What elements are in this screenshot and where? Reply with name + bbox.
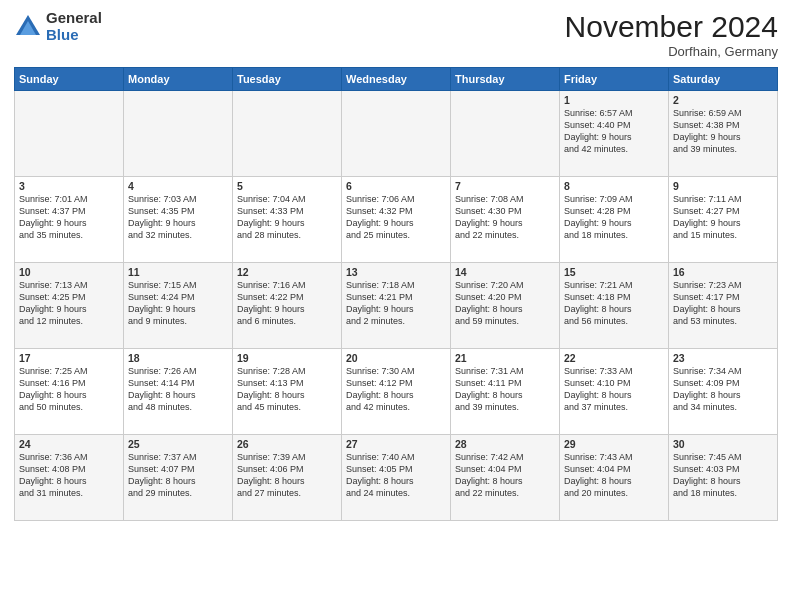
day-info: Sunrise: 7:33 AM Sunset: 4:10 PM Dayligh… xyxy=(564,366,633,412)
calendar-cell-2-4: 14Sunrise: 7:20 AM Sunset: 4:20 PM Dayli… xyxy=(451,263,560,349)
logo-general-text: General xyxy=(46,10,102,27)
week-row-3: 10Sunrise: 7:13 AM Sunset: 4:25 PM Dayli… xyxy=(15,263,778,349)
day-number: 16 xyxy=(673,266,773,278)
day-info: Sunrise: 7:04 AM Sunset: 4:33 PM Dayligh… xyxy=(237,194,306,240)
day-number: 18 xyxy=(128,352,228,364)
calendar-cell-0-4 xyxy=(451,91,560,177)
day-number: 30 xyxy=(673,438,773,450)
calendar-cell-2-0: 10Sunrise: 7:13 AM Sunset: 4:25 PM Dayli… xyxy=(15,263,124,349)
header: General Blue November 2024 Dorfhain, Ger… xyxy=(14,10,778,59)
week-row-2: 3Sunrise: 7:01 AM Sunset: 4:37 PM Daylig… xyxy=(15,177,778,263)
day-info: Sunrise: 7:18 AM Sunset: 4:21 PM Dayligh… xyxy=(346,280,415,326)
calendar-cell-3-5: 22Sunrise: 7:33 AM Sunset: 4:10 PM Dayli… xyxy=(560,349,669,435)
month-title: November 2024 xyxy=(565,10,778,44)
day-number: 13 xyxy=(346,266,446,278)
calendar-cell-4-1: 25Sunrise: 7:37 AM Sunset: 4:07 PM Dayli… xyxy=(124,435,233,521)
calendar-cell-2-5: 15Sunrise: 7:21 AM Sunset: 4:18 PM Dayli… xyxy=(560,263,669,349)
calendar-cell-1-0: 3Sunrise: 7:01 AM Sunset: 4:37 PM Daylig… xyxy=(15,177,124,263)
day-info: Sunrise: 7:34 AM Sunset: 4:09 PM Dayligh… xyxy=(673,366,742,412)
logo-icon xyxy=(14,13,42,41)
day-number: 1 xyxy=(564,94,664,106)
calendar-cell-0-6: 2Sunrise: 6:59 AM Sunset: 4:38 PM Daylig… xyxy=(669,91,778,177)
logo-blue-text: Blue xyxy=(46,27,102,44)
logo: General Blue xyxy=(14,10,102,43)
calendar-cell-4-3: 27Sunrise: 7:40 AM Sunset: 4:05 PM Dayli… xyxy=(342,435,451,521)
day-number: 25 xyxy=(128,438,228,450)
day-info: Sunrise: 7:25 AM Sunset: 4:16 PM Dayligh… xyxy=(19,366,88,412)
page: General Blue November 2024 Dorfhain, Ger… xyxy=(0,0,792,612)
calendar-header-row: Sunday Monday Tuesday Wednesday Thursday… xyxy=(15,68,778,91)
calendar-cell-1-4: 7Sunrise: 7:08 AM Sunset: 4:30 PM Daylig… xyxy=(451,177,560,263)
calendar-cell-2-3: 13Sunrise: 7:18 AM Sunset: 4:21 PM Dayli… xyxy=(342,263,451,349)
calendar-cell-3-6: 23Sunrise: 7:34 AM Sunset: 4:09 PM Dayli… xyxy=(669,349,778,435)
calendar-cell-4-2: 26Sunrise: 7:39 AM Sunset: 4:06 PM Dayli… xyxy=(233,435,342,521)
col-tuesday: Tuesday xyxy=(233,68,342,91)
calendar-cell-0-1 xyxy=(124,91,233,177)
day-number: 2 xyxy=(673,94,773,106)
week-row-5: 24Sunrise: 7:36 AM Sunset: 4:08 PM Dayli… xyxy=(15,435,778,521)
day-info: Sunrise: 7:21 AM Sunset: 4:18 PM Dayligh… xyxy=(564,280,633,326)
day-number: 7 xyxy=(455,180,555,192)
day-info: Sunrise: 7:40 AM Sunset: 4:05 PM Dayligh… xyxy=(346,452,415,498)
day-number: 14 xyxy=(455,266,555,278)
day-info: Sunrise: 7:37 AM Sunset: 4:07 PM Dayligh… xyxy=(128,452,197,498)
day-info: Sunrise: 7:26 AM Sunset: 4:14 PM Dayligh… xyxy=(128,366,197,412)
day-number: 10 xyxy=(19,266,119,278)
calendar-cell-3-3: 20Sunrise: 7:30 AM Sunset: 4:12 PM Dayli… xyxy=(342,349,451,435)
day-info: Sunrise: 7:28 AM Sunset: 4:13 PM Dayligh… xyxy=(237,366,306,412)
col-sunday: Sunday xyxy=(15,68,124,91)
col-monday: Monday xyxy=(124,68,233,91)
day-info: Sunrise: 7:45 AM Sunset: 4:03 PM Dayligh… xyxy=(673,452,742,498)
day-number: 8 xyxy=(564,180,664,192)
day-info: Sunrise: 7:13 AM Sunset: 4:25 PM Dayligh… xyxy=(19,280,88,326)
calendar-cell-1-5: 8Sunrise: 7:09 AM Sunset: 4:28 PM Daylig… xyxy=(560,177,669,263)
day-info: Sunrise: 7:39 AM Sunset: 4:06 PM Dayligh… xyxy=(237,452,306,498)
calendar-cell-4-0: 24Sunrise: 7:36 AM Sunset: 4:08 PM Dayli… xyxy=(15,435,124,521)
calendar-cell-2-6: 16Sunrise: 7:23 AM Sunset: 4:17 PM Dayli… xyxy=(669,263,778,349)
day-number: 20 xyxy=(346,352,446,364)
day-number: 24 xyxy=(19,438,119,450)
day-info: Sunrise: 7:31 AM Sunset: 4:11 PM Dayligh… xyxy=(455,366,524,412)
day-info: Sunrise: 7:20 AM Sunset: 4:20 PM Dayligh… xyxy=(455,280,524,326)
calendar-cell-1-2: 5Sunrise: 7:04 AM Sunset: 4:33 PM Daylig… xyxy=(233,177,342,263)
day-number: 28 xyxy=(455,438,555,450)
day-info: Sunrise: 6:57 AM Sunset: 4:40 PM Dayligh… xyxy=(564,108,633,154)
calendar-cell-3-2: 19Sunrise: 7:28 AM Sunset: 4:13 PM Dayli… xyxy=(233,349,342,435)
day-number: 9 xyxy=(673,180,773,192)
day-info: Sunrise: 7:36 AM Sunset: 4:08 PM Dayligh… xyxy=(19,452,88,498)
calendar-cell-0-2 xyxy=(233,91,342,177)
title-block: November 2024 Dorfhain, Germany xyxy=(565,10,778,59)
calendar-cell-3-0: 17Sunrise: 7:25 AM Sunset: 4:16 PM Dayli… xyxy=(15,349,124,435)
calendar-table: Sunday Monday Tuesday Wednesday Thursday… xyxy=(14,67,778,521)
day-number: 4 xyxy=(128,180,228,192)
day-number: 15 xyxy=(564,266,664,278)
day-number: 23 xyxy=(673,352,773,364)
day-info: Sunrise: 7:43 AM Sunset: 4:04 PM Dayligh… xyxy=(564,452,633,498)
logo-text: General Blue xyxy=(46,10,102,43)
day-info: Sunrise: 7:16 AM Sunset: 4:22 PM Dayligh… xyxy=(237,280,306,326)
day-number: 3 xyxy=(19,180,119,192)
week-row-4: 17Sunrise: 7:25 AM Sunset: 4:16 PM Dayli… xyxy=(15,349,778,435)
day-info: Sunrise: 7:08 AM Sunset: 4:30 PM Dayligh… xyxy=(455,194,524,240)
day-number: 6 xyxy=(346,180,446,192)
day-info: Sunrise: 7:11 AM Sunset: 4:27 PM Dayligh… xyxy=(673,194,742,240)
calendar-cell-1-1: 4Sunrise: 7:03 AM Sunset: 4:35 PM Daylig… xyxy=(124,177,233,263)
calendar-cell-2-1: 11Sunrise: 7:15 AM Sunset: 4:24 PM Dayli… xyxy=(124,263,233,349)
day-number: 12 xyxy=(237,266,337,278)
day-number: 11 xyxy=(128,266,228,278)
day-info: Sunrise: 7:30 AM Sunset: 4:12 PM Dayligh… xyxy=(346,366,415,412)
day-info: Sunrise: 7:01 AM Sunset: 4:37 PM Dayligh… xyxy=(19,194,88,240)
day-number: 27 xyxy=(346,438,446,450)
calendar-cell-4-6: 30Sunrise: 7:45 AM Sunset: 4:03 PM Dayli… xyxy=(669,435,778,521)
day-info: Sunrise: 7:23 AM Sunset: 4:17 PM Dayligh… xyxy=(673,280,742,326)
day-info: Sunrise: 7:03 AM Sunset: 4:35 PM Dayligh… xyxy=(128,194,197,240)
calendar-cell-1-3: 6Sunrise: 7:06 AM Sunset: 4:32 PM Daylig… xyxy=(342,177,451,263)
day-info: Sunrise: 7:42 AM Sunset: 4:04 PM Dayligh… xyxy=(455,452,524,498)
location: Dorfhain, Germany xyxy=(565,44,778,59)
calendar-cell-2-2: 12Sunrise: 7:16 AM Sunset: 4:22 PM Dayli… xyxy=(233,263,342,349)
calendar-cell-0-3 xyxy=(342,91,451,177)
calendar-cell-3-1: 18Sunrise: 7:26 AM Sunset: 4:14 PM Dayli… xyxy=(124,349,233,435)
col-wednesday: Wednesday xyxy=(342,68,451,91)
calendar-cell-1-6: 9Sunrise: 7:11 AM Sunset: 4:27 PM Daylig… xyxy=(669,177,778,263)
day-number: 5 xyxy=(237,180,337,192)
